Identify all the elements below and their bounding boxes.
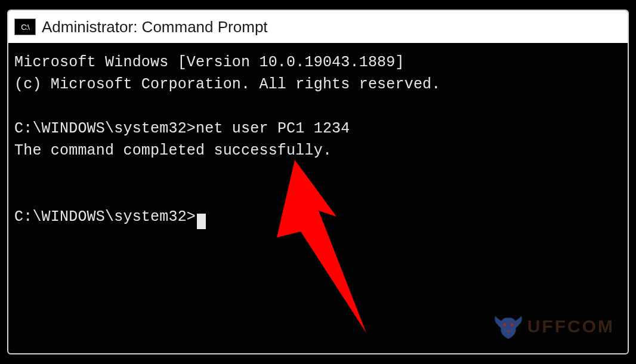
terminal-prompt-1-command: net user PC1 1234 (196, 120, 350, 137)
terminal-cursor (197, 214, 206, 229)
bull-logo-icon (493, 313, 524, 340)
watermark: UFFCOM (493, 313, 615, 340)
cmd-icon-label: C:\ (21, 23, 29, 32)
svg-point-2 (510, 323, 513, 326)
terminal-prompt-2-path: C:\WINDOWS\system32> (14, 206, 196, 228)
watermark-text: UFFCOM (527, 316, 615, 337)
terminal-header-line1: Microsoft Windows [Version 10.0.19043.18… (14, 54, 405, 71)
command-prompt-window: C:\ Administrator: Command Prompt Micros… (7, 10, 629, 354)
terminal-result: The command completed successfully. (14, 142, 332, 159)
svg-point-1 (503, 323, 506, 326)
terminal-prompt-1-path: C:\WINDOWS\system32> (14, 120, 196, 137)
titlebar[interactable]: C:\ Administrator: Command Prompt (8, 11, 628, 43)
terminal-output[interactable]: Microsoft Windows [Version 10.0.19043.18… (8, 43, 628, 236)
cmd-app-icon: C:\ (14, 18, 36, 35)
window-title: Administrator: Command Prompt (42, 18, 268, 36)
terminal-header-line2: (c) Microsoft Corporation. All rights re… (14, 76, 441, 93)
